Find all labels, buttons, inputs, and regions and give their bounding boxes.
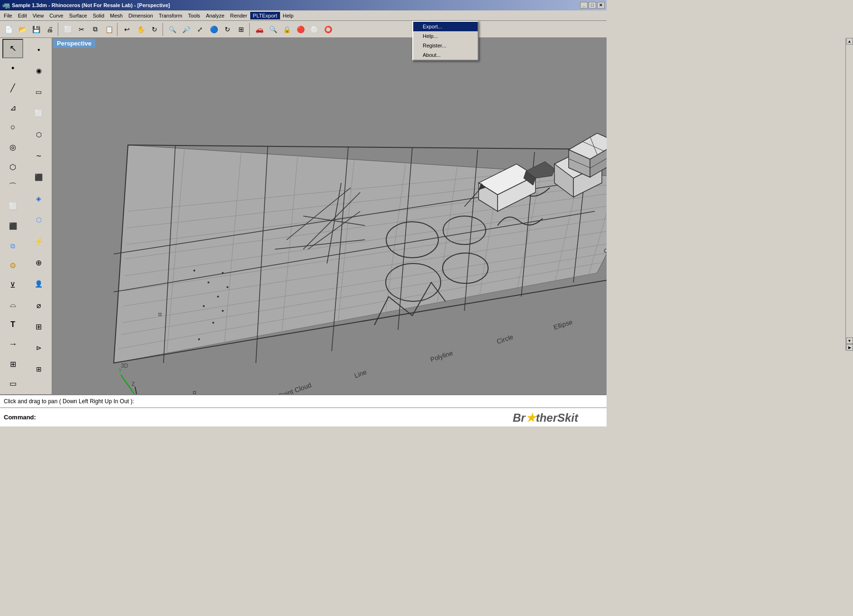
cut-button[interactable] [75, 23, 88, 36]
menu-pltexport[interactable]: PLTExport [250, 12, 280, 19]
tool-box[interactable]: ▭ [28, 82, 49, 102]
menu-solid[interactable]: Solid [90, 12, 107, 19]
svg-point-51 [193, 270, 195, 272]
tool-snap3[interactable] [2, 256, 23, 275]
zoomsel-button[interactable]: 🔵 [207, 23, 220, 36]
svg-point-43 [198, 338, 200, 340]
tool-grid2[interactable] [2, 354, 23, 374]
rotate-icon [152, 26, 157, 33]
zoomext-button[interactable]: ⤢ [193, 23, 207, 36]
dropdown-help[interactable]: Help... [413, 31, 478, 41]
lock-button[interactable]: 🔒 [280, 23, 293, 36]
copy2-button[interactable]: ⬜ [61, 23, 74, 36]
tool-surface3[interactable] [2, 197, 23, 216]
tool-curvature2[interactable] [28, 295, 49, 316]
tool-arrow3[interactable] [2, 335, 23, 354]
tool-mesh4[interactable] [28, 209, 49, 230]
tool-dim4[interactable]: ⊞ [28, 359, 49, 380]
open-button[interactable] [16, 23, 29, 36]
tool-nurbs2[interactable] [2, 177, 23, 196]
svg-text:Circle: Circle [496, 333, 514, 345]
text2-icon [10, 320, 15, 329]
car-button[interactable] [253, 23, 266, 36]
tool-arc-draw[interactable] [2, 137, 23, 157]
zoomall-button[interactable]: ↻ [221, 23, 234, 36]
grid2-icon [10, 360, 16, 369]
tool-solid4[interactable] [28, 188, 49, 209]
tool-slab2[interactable] [2, 374, 23, 394]
tool-line-draw[interactable] [2, 78, 23, 98]
svg-text:Y: Y [118, 368, 122, 373]
new-button[interactable] [2, 23, 15, 36]
tool-dim2[interactable] [28, 316, 49, 337]
tool-analyze2[interactable] [2, 275, 23, 295]
menu-analyze[interactable]: Analyze [203, 12, 227, 19]
tool-box2[interactable]: ⬜ [28, 103, 49, 124]
tool-poly3[interactable] [28, 124, 49, 145]
tool-circle-draw[interactable] [2, 118, 23, 137]
viewport4-button[interactable]: ⊞ [235, 23, 248, 36]
toolbar-sep3 [163, 23, 164, 36]
zoomout-button[interactable] [180, 23, 193, 36]
svg-text:Line: Line [354, 368, 368, 380]
tool-dotcircle[interactable]: ◉ [28, 60, 49, 81]
tool-group2[interactable] [28, 252, 49, 273]
tool-point[interactable] [2, 59, 23, 78]
tool-curve3[interactable] [28, 145, 49, 166]
menubar: File Edit View Curve Surface Solid Mesh … [0, 10, 607, 21]
menu-help[interactable]: Help [280, 12, 297, 19]
snap-button[interactable]: 🔍 [266, 23, 280, 36]
menu-render[interactable]: Render [227, 12, 250, 19]
titlebar-left: 🦏 Sample 1.3dm - Rhinoceros (Not For Res… [2, 1, 170, 9]
surface4-icon [35, 173, 43, 181]
close-button[interactable]: ✕ [597, 2, 605, 9]
tool-solid3[interactable] [2, 217, 23, 236]
tool-poly-draw[interactable] [2, 98, 23, 118]
left-toolbars: ● ◉ ▭ ⬜ ⊳ ⊞ [0, 38, 52, 394]
disk-button[interactable]: ⭕ [321, 23, 335, 36]
menu-edit[interactable]: Edit [15, 12, 30, 19]
tool-text2[interactable] [2, 315, 23, 335]
tool-nurbs1[interactable] [2, 157, 23, 177]
viewport[interactable]: Perspective [52, 38, 607, 394]
rotate-button[interactable] [148, 23, 161, 36]
paste-button[interactable] [102, 23, 116, 36]
analyze2-icon [10, 281, 16, 290]
tool-select[interactable] [2, 39, 23, 58]
dropdown-register[interactable]: Register... [413, 41, 478, 50]
mesh3-icon [10, 242, 15, 250]
svg-text:Polyline: Polyline [429, 349, 454, 363]
print-button[interactable] [43, 23, 56, 36]
menu-surface[interactable]: Surface [66, 12, 90, 19]
tool-surface4[interactable] [28, 167, 49, 188]
menu-dimension[interactable]: Dimension [126, 12, 156, 19]
tool-person[interactable] [28, 273, 49, 294]
minimize-button[interactable]: _ [580, 2, 588, 9]
menu-curve[interactable]: Curve [46, 12, 66, 19]
pan-button[interactable] [134, 23, 147, 36]
zoomin-button[interactable] [166, 23, 179, 36]
tool-mesh3[interactable] [2, 236, 23, 255]
maximize-button[interactable]: □ [589, 2, 596, 9]
tool-snap4[interactable] [28, 231, 49, 252]
copy-button[interactable] [89, 23, 102, 36]
save-button[interactable] [29, 23, 43, 36]
arrow3-icon [9, 339, 17, 349]
menu-mesh[interactable]: Mesh [107, 12, 126, 19]
dim2-icon [36, 322, 42, 331]
undo-button[interactable] [120, 23, 134, 36]
paste-icon [105, 26, 113, 33]
menu-transform[interactable]: Transform [156, 12, 185, 19]
dropdown-about[interactable]: About... [413, 50, 478, 60]
menu-view[interactable]: View [30, 12, 47, 19]
app-icon: 🦏 [2, 1, 10, 9]
snap3-icon [9, 261, 16, 270]
tool-arc2[interactable] [2, 295, 23, 315]
sphere-button[interactable]: ⚪ [308, 23, 321, 36]
menu-file[interactable]: File [1, 12, 15, 19]
color-button[interactable]: 🔴 [294, 23, 307, 36]
tool-dim3[interactable]: ⊳ [28, 337, 49, 358]
menu-tools[interactable]: Tools [185, 12, 203, 19]
dropdown-export[interactable]: Export... [413, 22, 478, 31]
tool-dot2[interactable]: ● [28, 39, 49, 60]
